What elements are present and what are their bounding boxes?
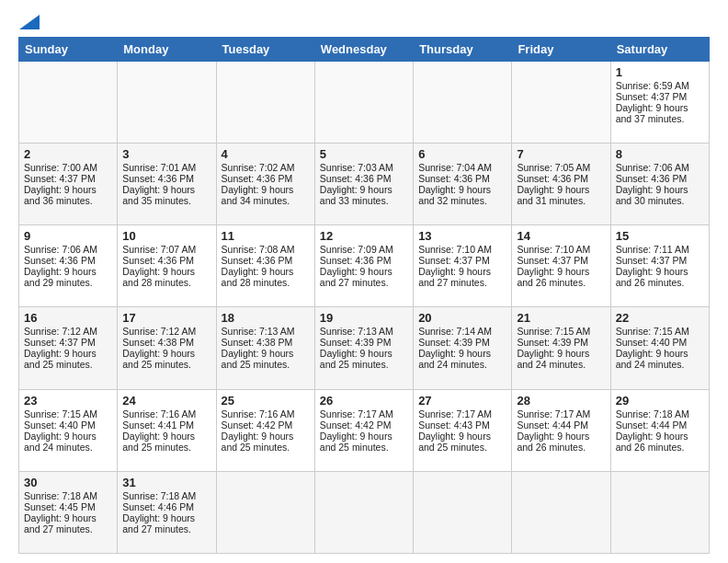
cell-text: and 25 minutes.: [320, 442, 408, 453]
day-number: 10: [122, 229, 210, 243]
calendar-cell: 2Sunrise: 7:00 AMSunset: 4:37 PMDaylight…: [19, 144, 118, 225]
calendar-cell: [314, 62, 413, 144]
week-row-3: 9Sunrise: 7:06 AMSunset: 4:36 PMDaylight…: [19, 225, 710, 307]
cell-text: Sunrise: 7:18 AM: [616, 408, 704, 419]
calendar-cell: 30Sunrise: 7:18 AMSunset: 4:45 PMDayligh…: [19, 471, 118, 553]
day-number: 9: [24, 229, 112, 243]
cell-text: and 31 minutes.: [517, 195, 605, 206]
day-number: 18: [222, 311, 310, 325]
cell-text: and 37 minutes.: [616, 113, 704, 124]
cell-text: Sunrise: 7:08 AM: [222, 244, 310, 255]
cell-text: Sunset: 4:36 PM: [122, 173, 210, 184]
calendar-cell: 31Sunrise: 7:18 AMSunset: 4:46 PMDayligh…: [118, 471, 216, 553]
calendar-cell: [610, 471, 709, 553]
cell-text: Sunset: 4:45 PM: [24, 501, 112, 512]
cell-text: Sunset: 4:36 PM: [122, 255, 210, 266]
cell-text: Sunrise: 7:06 AM: [616, 162, 704, 173]
cell-text: Sunset: 4:36 PM: [517, 173, 605, 184]
cell-text: Daylight: 9 hours: [418, 431, 506, 442]
calendar-cell: 17Sunrise: 7:12 AMSunset: 4:38 PMDayligh…: [118, 307, 216, 389]
cell-text: Daylight: 9 hours: [24, 184, 112, 195]
cell-text: and 27 minutes.: [24, 523, 112, 534]
day-number: 5: [320, 147, 408, 161]
cell-text: and 26 minutes.: [616, 442, 704, 453]
cell-text: Sunset: 4:37 PM: [24, 337, 112, 348]
cell-text: Sunset: 4:36 PM: [222, 173, 310, 184]
day-number: 22: [616, 311, 704, 325]
calendar-page: SundayMondayTuesdayWednesdayThursdayFrid…: [0, 0, 728, 563]
cell-text: Sunrise: 7:15 AM: [24, 408, 112, 419]
cell-text: Sunset: 4:40 PM: [616, 337, 704, 348]
cell-text: Sunset: 4:39 PM: [320, 337, 408, 348]
cell-text: and 35 minutes.: [122, 195, 210, 206]
cell-text: Daylight: 9 hours: [320, 266, 408, 277]
cell-text: and 25 minutes.: [320, 359, 408, 370]
cell-text: and 25 minutes.: [418, 442, 506, 453]
cell-text: Daylight: 9 hours: [616, 266, 704, 277]
day-header-friday: Friday: [512, 38, 610, 62]
cell-text: Daylight: 9 hours: [418, 266, 506, 277]
cell-text: Daylight: 9 hours: [418, 184, 506, 195]
calendar-cell: 9Sunrise: 7:06 AMSunset: 4:36 PMDaylight…: [19, 225, 118, 307]
day-number: 8: [616, 147, 704, 161]
calendar-cell: 5Sunrise: 7:03 AMSunset: 4:36 PMDaylight…: [314, 144, 413, 225]
cell-text: Sunset: 4:42 PM: [320, 419, 408, 431]
calendar-cell: 3Sunrise: 7:01 AMSunset: 4:36 PMDaylight…: [118, 144, 216, 225]
cell-text: Sunrise: 7:17 AM: [517, 408, 605, 419]
day-number: 2: [24, 147, 112, 161]
cell-text: and 33 minutes.: [320, 195, 408, 206]
cell-text: Sunset: 4:36 PM: [320, 173, 408, 184]
calendar-cell: 10Sunrise: 7:07 AMSunset: 4:36 PMDayligh…: [118, 225, 216, 307]
cell-text: Sunrise: 7:14 AM: [418, 326, 506, 337]
cell-text: Daylight: 9 hours: [616, 431, 704, 442]
cell-text: Daylight: 9 hours: [222, 431, 310, 442]
cell-text: Daylight: 9 hours: [122, 512, 210, 523]
cell-text: Daylight: 9 hours: [122, 266, 210, 277]
day-header-monday: Monday: [118, 38, 216, 62]
cell-text: Sunset: 4:36 PM: [616, 173, 704, 184]
week-row-6: 30Sunrise: 7:18 AMSunset: 4:45 PMDayligh…: [19, 471, 710, 553]
cell-text: Sunrise: 7:05 AM: [517, 162, 605, 173]
day-number: 12: [320, 229, 408, 243]
logo-icon: [19, 15, 40, 29]
day-number: 26: [320, 394, 408, 408]
cell-text: Sunrise: 7:15 AM: [517, 326, 605, 337]
header-row: SundayMondayTuesdayWednesdayThursdayFrid…: [19, 38, 710, 62]
cell-text: and 24 minutes.: [616, 359, 704, 370]
cell-text: Sunset: 4:37 PM: [616, 255, 704, 266]
cell-text: Sunrise: 7:04 AM: [418, 162, 506, 173]
cell-text: Sunrise: 7:17 AM: [418, 408, 506, 419]
cell-text: and 36 minutes.: [24, 195, 112, 206]
cell-text: Daylight: 9 hours: [418, 348, 506, 359]
day-number: 27: [418, 394, 506, 408]
cell-text: and 25 minutes.: [222, 359, 310, 370]
day-number: 15: [616, 229, 704, 243]
cell-text: and 24 minutes.: [418, 359, 506, 370]
cell-text: Sunset: 4:38 PM: [122, 337, 210, 348]
cell-text: Daylight: 9 hours: [517, 266, 605, 277]
week-row-4: 16Sunrise: 7:12 AMSunset: 4:37 PMDayligh…: [19, 307, 710, 389]
day-number: 24: [122, 394, 210, 408]
calendar-cell: 18Sunrise: 7:13 AMSunset: 4:38 PMDayligh…: [216, 307, 314, 389]
day-number: 7: [517, 147, 605, 161]
calendar-cell: 19Sunrise: 7:13 AMSunset: 4:39 PMDayligh…: [314, 307, 413, 389]
cell-text: and 29 minutes.: [24, 277, 112, 288]
cell-text: Daylight: 9 hours: [222, 184, 310, 195]
cell-text: Sunrise: 7:01 AM: [122, 162, 210, 173]
cell-text: Daylight: 9 hours: [222, 348, 310, 359]
svg-marker-0: [19, 15, 40, 29]
cell-text: and 30 minutes.: [616, 195, 704, 206]
cell-text: Daylight: 9 hours: [24, 266, 112, 277]
cell-text: Daylight: 9 hours: [320, 184, 408, 195]
cell-text: Sunset: 4:36 PM: [24, 255, 112, 266]
cell-text: Sunrise: 7:12 AM: [122, 326, 210, 337]
cell-text: Sunset: 4:44 PM: [517, 419, 605, 431]
week-row-1: 1Sunrise: 6:59 AMSunset: 4:37 PMDaylight…: [19, 62, 710, 144]
cell-text: and 25 minutes.: [222, 442, 310, 453]
cell-text: Daylight: 9 hours: [122, 348, 210, 359]
day-number: 4: [222, 147, 310, 161]
header: [18, 15, 710, 28]
week-row-2: 2Sunrise: 7:00 AMSunset: 4:37 PMDaylight…: [19, 144, 710, 225]
cell-text: Sunrise: 7:16 AM: [222, 408, 310, 419]
cell-text: Daylight: 9 hours: [222, 266, 310, 277]
